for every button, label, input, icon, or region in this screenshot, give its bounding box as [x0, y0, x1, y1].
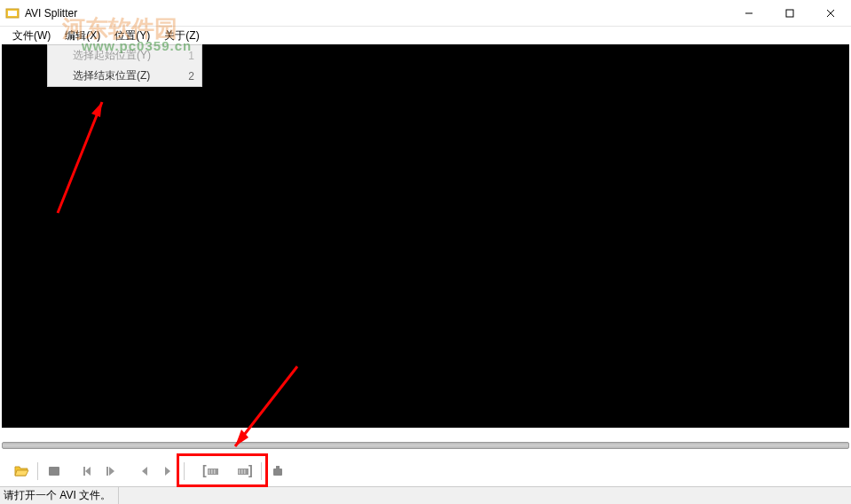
menu-item-shortcut: 2 — [188, 70, 194, 83]
svg-rect-21 — [214, 469, 216, 474]
mark-in-button[interactable]: [ — [201, 461, 222, 482]
minimize-button[interactable] — [729, 0, 769, 26]
video-preview — [2, 44, 849, 428]
menu-item-label: 选择起始位置(Y) — [73, 48, 170, 63]
status-text: 请打开一个 AVI 文件。 — [4, 487, 119, 504]
position-dropdown: 选择起始位置(Y) 1 选择结束位置(Z) 2 — [47, 44, 202, 87]
window-controls — [729, 0, 851, 26]
svg-rect-1 — [8, 11, 17, 16]
statusbar: 请打开一个 AVI 文件。 — [0, 486, 851, 504]
menu-edit[interactable]: 编辑(X) — [58, 27, 107, 45]
next-frame-button[interactable] — [157, 461, 178, 482]
folder-icon — [47, 464, 61, 478]
svg-rect-23 — [239, 469, 240, 474]
export-icon — [271, 464, 285, 478]
svg-text:[: [ — [202, 465, 207, 477]
close-button[interactable] — [810, 0, 851, 26]
menu-item-select-end[interactable]: 选择结束位置(Z) 2 — [48, 66, 201, 86]
toolbar-separator — [261, 462, 262, 480]
menu-file[interactable]: 文件(W) — [5, 27, 58, 45]
menu-item-label: 选择结束位置(Z) — [73, 68, 170, 83]
svg-rect-19 — [209, 469, 210, 474]
svg-rect-13 — [106, 467, 108, 476]
toolbar: [ ] — [0, 458, 851, 484]
prev-frame-button[interactable] — [134, 461, 155, 482]
window-title: AVI Splitter — [25, 7, 77, 20]
svg-rect-28 — [276, 466, 280, 469]
svg-rect-25 — [244, 469, 246, 474]
menu-item-select-start[interactable]: 选择起始位置(Y) 1 — [48, 45, 201, 66]
mark-out-icon: ] — [236, 465, 254, 477]
app-icon — [5, 6, 20, 20]
mark-out-button[interactable]: ] — [234, 461, 256, 482]
svg-rect-10 — [49, 467, 59, 476]
svg-rect-27 — [273, 469, 282, 476]
menu-item-shortcut: 1 — [188, 50, 194, 62]
svg-marker-11 — [85, 467, 91, 476]
maximize-button[interactable] — [769, 0, 810, 26]
menubar: 文件(W) 编辑(X) 位置(Y) 关于(Z) — [0, 27, 851, 44]
prev-keyframe-icon — [82, 465, 94, 477]
prev-keyframe-button[interactable] — [77, 461, 98, 482]
toolbar-separator — [184, 462, 185, 480]
svg-marker-16 — [165, 467, 170, 476]
next-keyframe-button[interactable] — [100, 461, 122, 482]
titlebar: AVI Splitter — [0, 0, 851, 27]
svg-rect-12 — [83, 467, 85, 476]
export-button[interactable] — [267, 461, 288, 482]
next-keyframe-icon — [105, 465, 117, 477]
open-file-button[interactable] — [11, 461, 32, 482]
progress-track[interactable] — [2, 442, 849, 449]
folder-button[interactable] — [43, 461, 65, 482]
next-frame-icon — [162, 465, 174, 477]
prev-frame-icon — [138, 465, 151, 477]
svg-rect-3 — [786, 10, 793, 17]
toolbar-separator — [37, 462, 38, 480]
progress-bar — [0, 433, 851, 458]
svg-rect-24 — [241, 469, 243, 474]
svg-marker-15 — [142, 467, 147, 476]
svg-rect-20 — [211, 469, 213, 474]
folder-open-icon — [13, 463, 29, 479]
menu-position[interactable]: 位置(Y) — [107, 27, 157, 45]
mark-in-icon: [ — [202, 465, 220, 477]
svg-marker-14 — [109, 467, 114, 476]
menu-about[interactable]: 关于(Z) — [157, 27, 206, 45]
svg-text:]: ] — [248, 465, 253, 477]
